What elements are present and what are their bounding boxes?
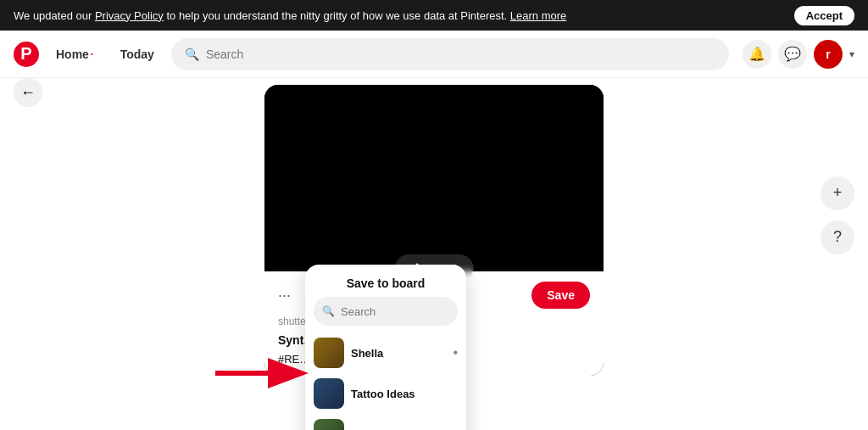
board-thumb-shella — [314, 338, 344, 368]
home-label: Home — [56, 47, 89, 61]
navbar: P Home• Today 🔍 🔔 💬 r ▾ — [0, 31, 868, 78]
pin-menu-button[interactable]: ··· — [278, 287, 291, 304]
back-button[interactable]: ← — [14, 78, 42, 107]
board-item-shella[interactable]: Shella • — [305, 332, 466, 373]
pinterest-p-icon: P — [20, 44, 31, 64]
board-item-tattoo[interactable]: Tattoo Ideas — [305, 373, 466, 414]
modal-search-area: 🔍 — [314, 297, 458, 326]
board-name-shella: Shella — [351, 347, 446, 360]
save-to-board-modal: Save to board 🔍 Shella • Tattoo Ideas Tr… — [305, 265, 466, 430]
home-nav-link[interactable]: Home• — [46, 41, 103, 68]
user-avatar[interactable]: r — [814, 40, 843, 69]
save-pin-button[interactable]: Save — [531, 282, 590, 309]
add-button[interactable]: + — [821, 176, 854, 210]
modal-title: Save to board — [305, 265, 466, 297]
side-buttons: + ? — [821, 176, 854, 254]
main-content: ⬆ Send ··· Perla Online ▾ Save shutterst… — [0, 78, 868, 430]
messages-button[interactable]: 💬 — [778, 40, 807, 69]
learn-more-link[interactable]: Learn more — [510, 9, 566, 22]
home-dot: • — [91, 50, 93, 58]
board-thumb-travel — [314, 419, 344, 430]
board-search-input[interactable] — [314, 297, 458, 326]
back-icon: ← — [20, 84, 36, 102]
search-icon: 🔍 — [185, 47, 199, 61]
board-item-travel[interactable]: Travel Quotes — [305, 414, 466, 430]
board-indicator-shella: • — [453, 346, 458, 360]
accept-button[interactable]: Accept — [794, 6, 854, 25]
modal-search-icon: 🔍 — [322, 305, 335, 317]
search-input[interactable] — [206, 47, 715, 61]
cookie-text: We updated our Privacy Policy to help yo… — [14, 9, 566, 22]
privacy-policy-link[interactable]: Privacy Policy — [95, 9, 164, 22]
pin-image — [264, 85, 604, 271]
cookie-banner: We updated our Privacy Policy to help yo… — [0, 0, 868, 31]
today-nav-link[interactable]: Today — [110, 41, 164, 68]
pinterest-logo[interactable]: P — [14, 42, 39, 67]
help-button[interactable]: ? — [821, 221, 854, 254]
board-list: Shella • Tattoo Ideas Travel Quotes Writ… — [305, 332, 466, 430]
user-menu-chevron[interactable]: ▾ — [849, 48, 854, 60]
board-thumb-tattoo — [314, 378, 344, 409]
red-arrow — [207, 356, 309, 394]
board-name-tattoo: Tattoo Ideas — [351, 388, 458, 400]
notifications-button[interactable]: 🔔 — [743, 40, 771, 69]
today-label: Today — [120, 47, 154, 61]
search-bar[interactable]: 🔍 — [171, 38, 729, 70]
nav-icons: 🔔 💬 r ▾ — [743, 40, 854, 69]
